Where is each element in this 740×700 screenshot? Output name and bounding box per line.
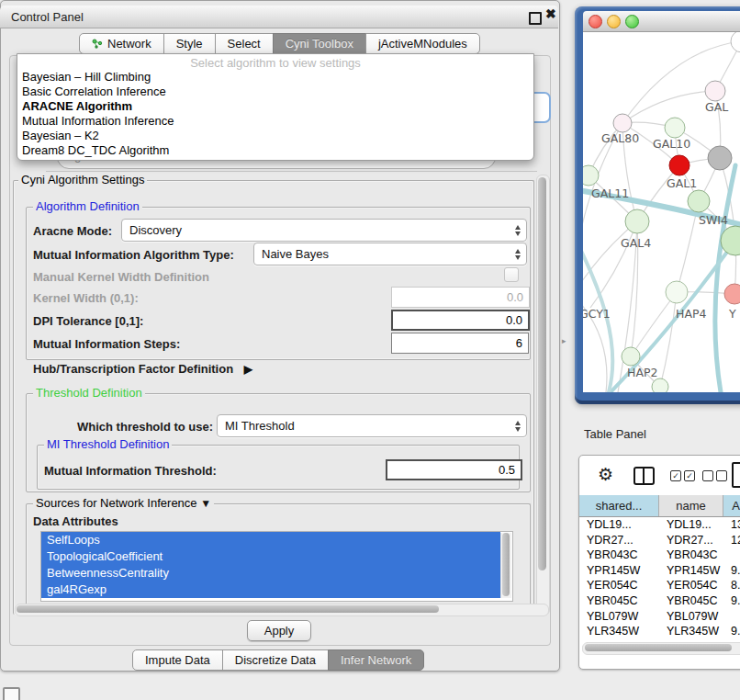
column-header-name[interactable]: name xyxy=(659,495,723,516)
column-layout-icon[interactable] xyxy=(633,467,655,485)
apply-button[interactable]: Apply xyxy=(247,620,311,641)
table-cell[interactable]: YDL19... xyxy=(659,517,723,533)
tab-impute-data[interactable]: Impute Data xyxy=(132,649,223,671)
close-icon[interactable]: ✖ xyxy=(545,7,556,20)
mi-type-select[interactable]: Naive Bayes xyxy=(253,243,527,265)
network-node-gal11[interactable] xyxy=(583,165,599,186)
attribute-list-scrollbar-thumb[interactable] xyxy=(502,533,510,596)
palette-window-icon[interactable] xyxy=(3,687,20,700)
dropdown-placeholder: Select algorithm to view settings xyxy=(17,56,533,70)
table-cell[interactable]: YER054C xyxy=(579,578,659,593)
minimize-traffic-light-icon[interactable] xyxy=(607,15,621,28)
hub-definition-toggle[interactable]: Hub/Transcription Factor Definition ▶ xyxy=(33,362,252,376)
table-cell[interactable]: YBL079W xyxy=(579,609,659,625)
table-cell[interactable]: 9. xyxy=(723,624,740,639)
aracne-mode-select[interactable]: Discovery xyxy=(121,219,527,242)
network-node[interactable] xyxy=(731,32,740,52)
data-attributes-list[interactable]: SelfLoopsTopologicalCoefficientBetweenne… xyxy=(40,531,513,602)
network-node[interactable] xyxy=(708,146,732,170)
network-node-y[interactable] xyxy=(724,284,740,304)
table-cell[interactable]: YPR145W xyxy=(659,563,723,579)
tab-cyni-toolbox[interactable]: Cyni Toolbox xyxy=(273,33,366,54)
table-cell[interactable]: 9. xyxy=(723,563,740,579)
deselect-all-checkbox-icon[interactable] xyxy=(716,470,727,481)
table-cell[interactable] xyxy=(723,609,740,625)
table-cell[interactable]: 8. xyxy=(723,578,740,593)
table-row[interactable]: YBR045CYBR045C9. xyxy=(579,593,740,609)
mi-threshold-input[interactable]: 0.5 xyxy=(386,459,522,480)
table-cell[interactable]: YLR345W xyxy=(659,624,723,639)
table-cell[interactable]: YDR27... xyxy=(579,533,659,548)
network-node-hap4[interactable] xyxy=(666,281,688,303)
network-node-gal10[interactable] xyxy=(665,118,685,138)
algorithm-option[interactable]: Mutual Information Inference xyxy=(17,114,533,129)
network-node-hap2[interactable] xyxy=(622,347,640,366)
tab-network[interactable]: Network xyxy=(79,33,164,54)
algorithm-option[interactable]: Dream8 DC_TDC Algorithm xyxy=(17,143,533,158)
table-cell[interactable]: YLR345W xyxy=(579,624,659,639)
tab-infer-network[interactable]: Infer Network xyxy=(328,649,424,671)
table-cell[interactable]: YBR043C xyxy=(659,548,723,563)
network-canvas[interactable]: GALGAL80GAL10GAL1GAL11SWI4GAL4GCY1HAP4YH… xyxy=(583,32,740,392)
algorithm-option[interactable]: Bayesian – Hill Climbing xyxy=(17,70,533,85)
attribute-option-selected[interactable]: gal4RGexp xyxy=(41,581,500,598)
attribute-option-selected[interactable]: TopologicalCoefficient xyxy=(41,548,500,565)
network-node[interactable] xyxy=(652,378,668,392)
settings-vertical-scrollbar-thumb[interactable] xyxy=(538,177,546,570)
network-node-gal4[interactable] xyxy=(625,209,649,233)
tab-style[interactable]: Style xyxy=(163,33,216,54)
manual-kernel-checkbox[interactable] xyxy=(504,267,519,282)
export-table-icon[interactable] xyxy=(732,462,740,488)
table-row[interactable]: YBR043CYBR043C xyxy=(579,548,740,563)
tab-select[interactable]: Select xyxy=(215,33,274,54)
tab-discretize-data[interactable]: Discretize Data xyxy=(222,649,329,671)
algorithm-option[interactable]: Basic Correlation Inference xyxy=(17,85,533,99)
algorithm-option[interactable]: Bayesian – K2 xyxy=(17,129,533,143)
which-threshold-select[interactable]: MI Threshold xyxy=(217,414,527,437)
network-node-gal1[interactable] xyxy=(669,155,690,175)
select-all-checkbox-icon[interactable]: ✓ xyxy=(684,470,695,481)
table-row[interactable]: YBL079WYBL079W xyxy=(579,609,740,625)
table-cell[interactable]: YDL19... xyxy=(579,517,659,533)
network-node-gal[interactable] xyxy=(705,81,725,101)
kernel-width-input[interactable]: 0.0 xyxy=(391,287,530,308)
gear-icon[interactable]: ⚙ xyxy=(598,464,613,485)
table-row[interactable]: YLR345WYLR345W9. xyxy=(579,624,740,639)
mi-steps-input[interactable]: 6 xyxy=(391,333,529,354)
column-header-shared-name[interactable]: shared... xyxy=(579,495,659,516)
sources-group-toggle[interactable]: Sources for Network Inference ▼ xyxy=(33,497,214,510)
table-cell[interactable]: YDR27... xyxy=(659,533,723,548)
close-traffic-light-icon[interactable] xyxy=(589,15,602,28)
table-body[interactable]: YDL19...YDL19...13YDR27...YDR27...12YBR0… xyxy=(579,517,740,654)
splitter-grip-icon[interactable]: ▸ xyxy=(562,336,566,345)
table-cell[interactable]: YBR045C xyxy=(659,593,723,609)
table-row[interactable]: YER054CYER054C8. xyxy=(579,578,740,593)
select-all-checkbox-icon[interactable]: ✓ xyxy=(670,470,681,481)
table-cell[interactable]: 9. xyxy=(723,593,740,609)
tab-jactivemnodules[interactable]: jActiveMNodules xyxy=(365,33,480,54)
table-cell[interactable]: YBR043C xyxy=(579,548,659,563)
table-row[interactable]: YDR27...YDR27...12 xyxy=(579,533,740,548)
algorithm-option[interactable]: ARACNE Algorithm xyxy=(17,99,533,114)
table-row[interactable]: YPR145WYPR145W9. xyxy=(579,563,740,579)
table-cell[interactable]: YER054C xyxy=(659,578,723,593)
network-node-swi4[interactable] xyxy=(688,190,710,212)
deselect-all-checkbox-icon[interactable] xyxy=(702,470,713,481)
table-cell[interactable] xyxy=(723,548,740,563)
table-horizontal-scrollbar-thumb[interactable] xyxy=(585,644,732,651)
dpi-tolerance-input[interactable]: 0.0 xyxy=(391,310,530,331)
attribute-option-selected[interactable]: SelfLoops xyxy=(41,532,500,548)
float-window-icon[interactable] xyxy=(529,12,542,25)
attribute-option-selected[interactable]: BetweennessCentrality xyxy=(41,565,500,581)
table-cell[interactable]: YBR045C xyxy=(579,593,659,609)
settings-horizontal-scrollbar-thumb[interactable] xyxy=(17,605,439,613)
column-header-partial[interactable]: A xyxy=(723,495,740,516)
table-row[interactable]: YDL19...YDL19...13 xyxy=(579,517,740,533)
zoom-traffic-light-icon[interactable] xyxy=(625,15,639,28)
control-panel-titlebar[interactable] xyxy=(0,6,558,28)
table-cell[interactable]: YPR145W xyxy=(579,563,659,579)
table-cell[interactable]: 12 xyxy=(723,533,740,548)
table-cell[interactable]: 13 xyxy=(723,517,740,533)
network-node-gal80[interactable] xyxy=(613,114,632,132)
table-cell[interactable]: YBL079W xyxy=(659,609,723,625)
